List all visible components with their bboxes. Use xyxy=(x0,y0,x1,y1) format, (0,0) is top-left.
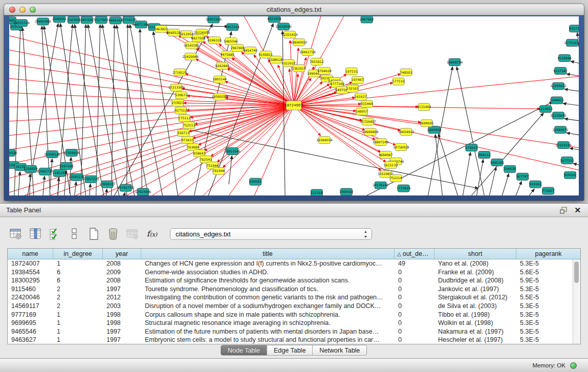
graph-node-yellow[interactable]: 9475685 xyxy=(220,51,234,58)
graph-node-yellow[interactable]: 8186328 xyxy=(208,37,222,44)
table-cell[interactable]: 5.9E-5 xyxy=(516,276,573,285)
table-cell[interactable]: 14569117 xyxy=(8,302,53,311)
graph-node-yellow[interactable]: 530672 xyxy=(176,92,188,99)
table-cell[interactable]: Wolkin et al. (1998) xyxy=(434,319,516,327)
graph-node-yellow[interactable]: 9684067 xyxy=(379,151,393,158)
table-cell[interactable]: 6 xyxy=(53,268,103,277)
graph-node-yellow[interactable]: 275112 xyxy=(179,115,191,122)
graph-node-teal[interactable]: 1145194 xyxy=(52,169,67,177)
graph-node-yellow[interactable]: 9115460 xyxy=(417,103,431,111)
graph-node-teal[interactable]: 16782759 xyxy=(118,184,134,191)
close-icon[interactable]: ✕ xyxy=(574,205,581,215)
table-cell[interactable]: Structural magnetic resonance image aver… xyxy=(141,319,395,327)
graph-node-yellow[interactable]: 356713 xyxy=(178,129,190,137)
graph-node-yellow[interactable]: 10688809 xyxy=(362,128,378,136)
graph-node-yellow[interactable]: 6794028 xyxy=(317,67,332,74)
graph-node-teal[interactable]: 1527602 xyxy=(94,16,108,24)
graph-node-yellow[interactable]: 427512 xyxy=(175,107,187,114)
table-cell[interactable]: 6 xyxy=(53,276,103,285)
graph-node-teal[interactable]: 915731 xyxy=(569,25,579,32)
graph-node-teal[interactable]: 927747 xyxy=(516,173,529,180)
graph-node-yellow[interactable]: 8660128 xyxy=(167,29,181,36)
graph-node-yellow[interactable]: 107467 xyxy=(352,76,364,83)
graph-node-teal[interactable]: 121318 xyxy=(311,189,323,195)
graph-node-teal[interactable]: 150305 xyxy=(68,16,80,24)
graph-node-teal[interactable]: 930585 xyxy=(249,178,262,185)
graph-node-teal[interactable]: 13505135 xyxy=(69,173,84,181)
graph-node-teal[interactable]: 8813054 xyxy=(267,16,281,23)
table-cell[interactable]: Corpus callosum shape and size in male p… xyxy=(141,311,395,319)
table-cell[interactable]: 49 xyxy=(395,259,434,268)
graph-node-teal[interactable]: 9227342 xyxy=(553,67,568,74)
graph-node-teal[interactable]: 1244415 xyxy=(550,97,564,104)
graph-node-yellow[interactable]: 748503 xyxy=(400,69,412,76)
table-cell[interactable]: 9465546 xyxy=(8,327,53,336)
graph-node-teal[interactable]: 10653287 xyxy=(79,16,95,24)
graph-node-teal[interactable]: 1677153 xyxy=(560,157,574,164)
table-cell[interactable]: Tourette syndrome. Phenomenology and cla… xyxy=(141,285,395,294)
table-options-button[interactable] xyxy=(7,226,25,242)
table-cell[interactable]: 1 xyxy=(53,259,103,268)
function-builder-button[interactable]: f(x) xyxy=(143,226,161,242)
table-cell[interactable]: 5.3E-5 xyxy=(516,302,573,311)
table-cell[interactable]: 1997 xyxy=(103,285,141,294)
graph-node-teal[interactable]: 12942737 xyxy=(37,168,53,175)
graph-node-yellow[interactable]: 2803144 xyxy=(213,76,227,83)
graph-node-teal[interactable]: 17957223 xyxy=(83,176,99,183)
graph-node-teal[interactable]: 7857224 xyxy=(225,24,239,31)
graph-node-yellow[interactable]: 973433 xyxy=(182,137,194,144)
graph-node-yellow[interactable]: 1362615 xyxy=(292,64,306,72)
graph-node-yellow[interactable]: 7955812 xyxy=(310,58,324,65)
table-row[interactable]: 1456911722003Disruption of a novel membe… xyxy=(8,302,573,311)
table-cell[interactable]: Disruption of a novel member of a sodium… xyxy=(141,302,395,311)
table-cell[interactable]: 5.3E-5 xyxy=(516,285,573,294)
table-cell[interactable]: 19384554 xyxy=(8,268,53,277)
table-cell[interactable]: 5.5E-5 xyxy=(516,293,573,302)
table-cell[interactable]: 22420046 xyxy=(8,293,53,302)
graph-node-teal[interactable]: 20691406 xyxy=(35,18,51,25)
table-cell[interactable]: Investigating the contribution of common… xyxy=(141,293,395,302)
table-cell[interactable]: 18300295 xyxy=(8,276,53,285)
table-row[interactable]: 2242004622012Investigating the contribut… xyxy=(8,293,573,302)
table-cell[interactable]: 2 xyxy=(53,302,103,311)
graph-node-yellow[interactable]: 752214 xyxy=(390,174,402,182)
table-cell[interactable]: 2009 xyxy=(103,268,141,277)
table-vertical-scrollbar[interactable] xyxy=(573,259,580,344)
table-cell[interactable]: 5.6E-5 xyxy=(516,268,573,277)
graph-node-yellow[interactable]: 233021 xyxy=(172,99,184,106)
table-cell[interactable]: Jankovic et al. (1997) xyxy=(434,285,516,294)
table-cell[interactable]: Hescheler et al. (1997) xyxy=(434,336,516,344)
table-row[interactable]: 946554611997Estimation of the future num… xyxy=(8,327,573,336)
graph-node-teal[interactable]: 20206526 xyxy=(44,151,60,158)
graph-node-yellow[interactable]: 12325419 xyxy=(281,31,297,38)
table-cell[interactable]: 0 xyxy=(395,276,434,285)
table-row[interactable]: 1830029562008Estimation of significance … xyxy=(8,276,573,285)
graph-node-yellow[interactable]: 18640910 xyxy=(291,39,307,46)
table-cell[interactable]: Changes of HCN gene expression and I(f) … xyxy=(141,259,395,268)
graph-node-teal[interactable]: 17359934 xyxy=(63,149,79,157)
table-cell[interactable]: 0 xyxy=(395,319,434,327)
column-header-name[interactable]: name xyxy=(8,249,53,259)
table-cell[interactable]: 2008 xyxy=(103,276,141,285)
network-canvas[interactable]: 1660520335124055724206914062606852150305… xyxy=(9,16,579,195)
graph-node-teal[interactable]: 7297580 xyxy=(59,162,74,169)
table-cell[interactable]: 9463627 xyxy=(8,336,53,344)
table-cell[interactable]: 0 xyxy=(395,311,434,319)
graph-node-teal[interactable]: 16671385 xyxy=(133,21,149,28)
select-all-button[interactable] xyxy=(46,226,63,242)
graph-node-yellow[interactable]: 7463822 xyxy=(154,26,168,33)
graph-node-teal[interactable]: 679197 xyxy=(466,144,478,151)
graph-node-yellow[interactable]: 197531 xyxy=(345,68,358,75)
graph-node-yellow[interactable]: 5465546 xyxy=(224,38,238,45)
table-selector-dropdown[interactable]: citations_edges.txt ▲▼ xyxy=(170,228,372,240)
table-row[interactable]: 911546021997Tourette syndrome. Phenomeno… xyxy=(8,285,573,294)
table-cell[interactable]: 0 xyxy=(395,285,434,294)
table-cell[interactable]: Nakamura et al. (1997) xyxy=(434,327,516,336)
create-column-button[interactable] xyxy=(85,226,102,242)
delete-table-button[interactable] xyxy=(124,226,141,242)
network-canvas-svg[interactable]: 1660520335124055724206914062606852150305… xyxy=(9,16,579,195)
graph-node-teal[interactable]: 16648794 xyxy=(447,59,463,66)
table-cell[interactable]: Embryonic stem cells: a model to study s… xyxy=(141,336,395,344)
graph-node-teal[interactable]: 15992071 xyxy=(552,126,568,134)
table-cell[interactable]: 18724007 xyxy=(8,259,53,268)
